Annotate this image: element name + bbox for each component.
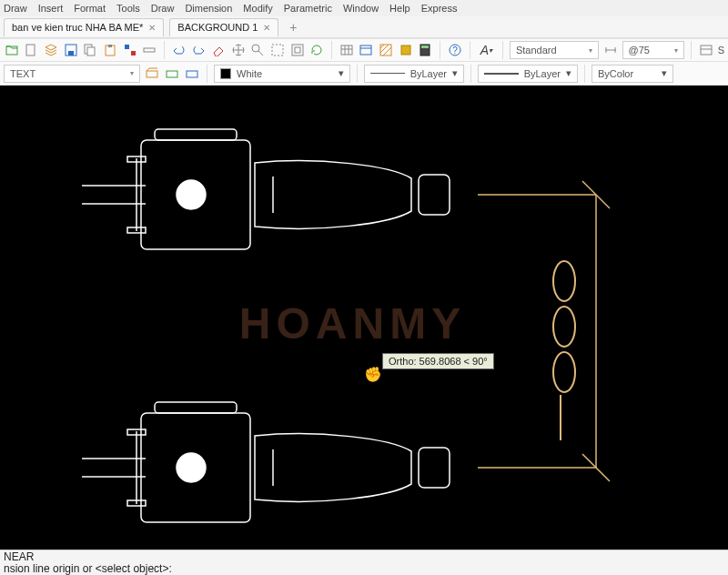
tool-table-icon[interactable]	[339, 42, 355, 58]
menu-help[interactable]: Help	[389, 3, 410, 14]
tool-redo-icon[interactable]	[191, 42, 207, 58]
svg-rect-16	[341, 45, 352, 55]
dim-scale-value: @75	[629, 45, 650, 55]
svg-rect-28	[421, 45, 429, 48]
chevron-down-icon: ▾	[674, 46, 678, 55]
svg-line-23	[380, 45, 384, 48]
svg-rect-1	[26, 45, 35, 55]
lineweight-preview-icon	[484, 73, 519, 75]
color-value: White	[237, 68, 262, 79]
tool-table3-icon[interactable]	[698, 42, 714, 58]
color-dropdown[interactable]: White ▾	[214, 65, 350, 83]
tool-layer-states-icon[interactable]	[164, 66, 180, 82]
svg-point-62	[553, 261, 575, 301]
toolbar-separator	[584, 65, 585, 83]
tool-calc-icon[interactable]	[417, 42, 433, 58]
tool-table2-icon[interactable]	[359, 42, 375, 58]
drawing-canvas[interactable]: HOANMY Ortho: 569.8068 < 90° ✊	[0, 86, 728, 550]
svg-rect-36	[187, 71, 197, 77]
toolbar-separator	[691, 41, 692, 59]
tool-properties-icon[interactable]	[122, 42, 138, 58]
dim-scale-dropdown[interactable]: @75 ▾	[622, 41, 685, 59]
svg-point-63	[553, 307, 575, 347]
menu-draw2[interactable]: Draw	[151, 3, 175, 14]
file-tabs: ban ve kien truc NHA BA ME* ✕ BACKGROUND…	[0, 16, 728, 38]
chevron-down-icon: ▾	[339, 67, 344, 79]
menubar: Draw Insert Format Tools Draw Dimension …	[0, 0, 728, 16]
tab-file-2-label: BACKGROUND 1	[177, 22, 258, 33]
toolbar-separator	[331, 41, 332, 59]
tool-pan-icon[interactable]	[230, 42, 247, 58]
linetype-dropdown[interactable]: ByLayer ▾	[364, 65, 464, 83]
tool-undo-icon[interactable]	[171, 42, 187, 58]
color-swatch-icon	[220, 68, 231, 79]
svg-point-49	[177, 453, 206, 482]
tool-layer-prev-icon[interactable]	[144, 66, 160, 82]
svg-rect-13	[272, 45, 283, 55]
chevron-down-icon: ▾	[662, 67, 667, 79]
toolbar-separator	[470, 41, 470, 59]
menu-express[interactable]: Express	[421, 3, 458, 14]
toolbar-separator	[502, 41, 503, 59]
tool-layer-iso-icon[interactable]	[184, 66, 200, 82]
tool-zoom-window-icon[interactable]	[269, 42, 286, 58]
svg-rect-32	[701, 45, 712, 55]
svg-point-11	[252, 45, 259, 52]
tool-copy-icon[interactable]	[83, 42, 99, 58]
toolbar-separator	[207, 65, 207, 83]
chevron-down-icon: ▾	[566, 67, 571, 79]
menu-parametric[interactable]: Parametric	[284, 3, 332, 14]
tool-text-icon[interactable]: A▾	[477, 42, 496, 58]
menu-draw[interactable]: Draw	[4, 3, 27, 14]
tool-hatch-icon[interactable]	[378, 42, 394, 58]
menu-insert[interactable]: Insert	[38, 3, 64, 14]
dim-style-value: Standard	[516, 45, 557, 55]
tool-save-icon[interactable]	[63, 42, 79, 58]
tool-block-icon[interactable]	[398, 42, 414, 58]
menu-dimension[interactable]: Dimension	[185, 3, 232, 14]
svg-rect-8	[125, 45, 129, 49]
tool-layers-icon[interactable]	[43, 42, 59, 58]
svg-rect-20	[360, 45, 371, 55]
text-style-dropdown[interactable]: TEXT ▾	[4, 65, 140, 83]
close-icon[interactable]: ✕	[263, 23, 270, 33]
chevron-down-icon: ▾	[589, 46, 592, 55]
svg-rect-5	[87, 47, 95, 55]
svg-rect-26	[401, 45, 410, 55]
command-line[interactable]: NEAR nsion line origin or <select object…	[0, 550, 728, 575]
menu-window[interactable]: Window	[343, 3, 379, 14]
tab-file-2[interactable]: BACKGROUND 1 ✕	[169, 18, 278, 36]
lineweight-value: ByLayer	[524, 68, 561, 79]
tool-zoom-icon[interactable]	[249, 42, 266, 58]
svg-rect-3	[68, 51, 74, 55]
tab-file-1-label: ban ve kien truc NHA BA ME*	[12, 22, 143, 33]
tab-add[interactable]: +	[284, 20, 302, 35]
drawing-content	[0, 86, 728, 550]
dim-style-dropdown[interactable]: Standard ▾	[510, 41, 599, 59]
plotstyle-value: ByColor	[598, 68, 633, 79]
tool-new-icon[interactable]	[24, 42, 40, 58]
tool-help-icon[interactable]: ?	[447, 42, 463, 58]
close-icon[interactable]: ✕	[148, 23, 156, 33]
menu-format[interactable]: Format	[74, 3, 106, 14]
tool-dim-update-icon[interactable]	[602, 42, 619, 58]
tool-regen-icon[interactable]	[308, 42, 325, 58]
tool-open-icon[interactable]	[4, 42, 20, 58]
menu-modify[interactable]: Modify	[243, 3, 272, 14]
tab-file-1[interactable]: ban ve kien truc NHA BA ME* ✕	[4, 18, 164, 36]
svg-rect-7	[108, 45, 112, 47]
tool-match-icon[interactable]	[141, 42, 157, 58]
svg-rect-38	[155, 129, 237, 140]
toolbar-separator	[440, 41, 440, 59]
svg-rect-45	[419, 175, 450, 215]
tool-paste-icon[interactable]	[102, 42, 118, 58]
svg-point-39	[177, 180, 206, 209]
tool-zoom-extents-icon[interactable]	[289, 42, 306, 58]
command-prompt: nsion line origin or <select object>:	[4, 563, 724, 575]
svg-rect-15	[295, 47, 300, 53]
plotstyle-dropdown[interactable]: ByColor ▾	[592, 65, 673, 83]
tool-erase-icon[interactable]	[210, 42, 227, 58]
svg-text:?: ?	[452, 45, 458, 55]
lineweight-dropdown[interactable]: ByLayer ▾	[478, 65, 578, 83]
menu-tools[interactable]: Tools	[116, 3, 140, 14]
